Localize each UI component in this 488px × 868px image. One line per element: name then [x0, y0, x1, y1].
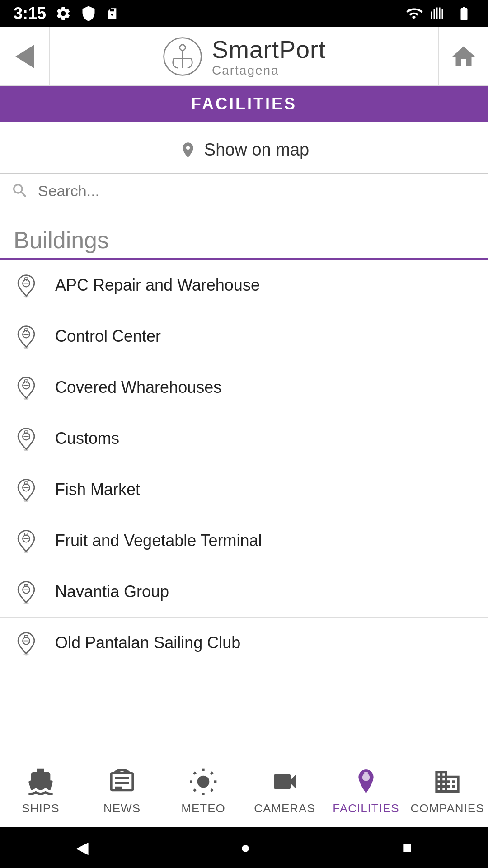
list-item[interactable]: Fish Market — [0, 464, 488, 515]
bottom-nav: SHIPS NEWS METEO CAMERAS FACILITIES COMP… — [0, 755, 488, 827]
android-nav-bar: ◀ ● ■ — [0, 827, 488, 868]
android-back-button[interactable]: ◀ — [76, 838, 89, 857]
home-button[interactable] — [438, 27, 488, 86]
cameras-nav-icon — [270, 767, 299, 798]
search-bar — [0, 173, 488, 208]
android-home-button[interactable]: ● — [240, 838, 250, 857]
nav-item-companies[interactable]: COMPANIES — [407, 767, 488, 816]
svg-rect-16 — [25, 380, 28, 382]
nav-item-news[interactable]: NEWS — [81, 767, 163, 816]
nav-item-facilities[interactable]: FACILITIES — [325, 767, 407, 816]
svg-line-52 — [211, 772, 213, 774]
pin-icon — [14, 579, 39, 604]
sim-icon — [106, 5, 118, 22]
show-on-map-button[interactable]: Show on map — [0, 122, 488, 173]
svg-rect-54 — [364, 772, 368, 774]
facility-name: Fruit and Vegetable Terminal — [55, 531, 262, 550]
pin-icon — [14, 324, 39, 349]
pin-icon — [14, 375, 39, 400]
search-icon — [11, 182, 29, 200]
logo-area: SmartPort Cartagena — [50, 35, 438, 78]
svg-point-1 — [180, 44, 186, 50]
list-item[interactable]: Covered Wharehouses — [0, 362, 488, 413]
app-name: SmartPort — [212, 35, 326, 63]
section-heading: Buildings — [0, 217, 488, 258]
nav-item-meteo[interactable]: METEO — [163, 767, 244, 816]
back-button[interactable] — [0, 27, 50, 86]
facility-name: Control Center — [55, 327, 161, 346]
list-item[interactable]: Old Pantalan Sailing Club — [0, 618, 488, 668]
signal-icon — [430, 5, 446, 22]
pin-icon — [14, 630, 39, 656]
svg-rect-31 — [25, 533, 28, 535]
facilities-nav-label: FACILITIES — [333, 802, 399, 816]
list-item[interactable]: Navantia Group — [0, 566, 488, 618]
status-bar: 3:15 — [0, 0, 488, 27]
svg-rect-21 — [25, 431, 28, 433]
pin-icon — [14, 426, 39, 451]
app-subtitle: Cartagena — [212, 63, 326, 78]
svg-line-48 — [211, 789, 213, 791]
nav-item-cameras[interactable]: CAMERAS — [244, 767, 325, 816]
facility-name: Customs — [55, 429, 119, 448]
svg-rect-6 — [25, 278, 28, 279]
app-title: SmartPort Cartagena — [212, 35, 326, 78]
news-nav-label: NEWS — [103, 802, 141, 816]
pin-icon — [14, 477, 39, 502]
cameras-nav-label: CAMERAS — [254, 802, 315, 816]
settings-icon — [55, 5, 71, 22]
page-title: FACILITIES — [191, 94, 297, 113]
ships-nav-icon — [26, 767, 55, 798]
list-item[interactable]: Fruit and Vegetable Terminal — [0, 515, 488, 566]
list-item[interactable]: Customs — [0, 413, 488, 464]
android-recent-button[interactable]: ■ — [402, 838, 412, 857]
list-item[interactable]: APC Repair and Warehouse — [0, 260, 488, 311]
pin-icon — [14, 528, 39, 553]
shield-icon — [80, 5, 97, 22]
svg-rect-11 — [25, 329, 28, 330]
meteo-nav-label: METEO — [181, 802, 225, 816]
home-icon — [450, 43, 477, 70]
facility-name: Old Pantalan Sailing Club — [55, 633, 240, 652]
nav-item-ships[interactable]: SHIPS — [0, 767, 81, 816]
facility-name: APC Repair and Warehouse — [55, 276, 260, 295]
svg-point-44 — [197, 776, 210, 788]
svg-line-47 — [194, 772, 196, 774]
news-nav-icon — [108, 767, 136, 798]
companies-nav-label: COMPANIES — [410, 802, 484, 816]
show-on-map-label: Show on map — [204, 140, 309, 160]
meteo-nav-icon — [189, 767, 218, 798]
page-title-bar: FACILITIES — [0, 86, 488, 122]
anchor-logo-icon — [162, 36, 203, 77]
wifi-icon — [405, 5, 423, 22]
search-input[interactable] — [38, 182, 477, 200]
companies-nav-icon — [433, 767, 462, 798]
facility-name: Navantia Group — [55, 582, 169, 601]
svg-line-51 — [194, 789, 196, 791]
pin-icon — [14, 273, 39, 298]
facility-list: APC Repair and Warehouse Control Center … — [0, 260, 488, 755]
svg-rect-41 — [25, 635, 28, 637]
ships-nav-label: SHIPS — [22, 802, 59, 816]
back-arrow-icon — [15, 45, 34, 68]
battery-icon — [454, 5, 474, 22]
list-item[interactable]: Control Center — [0, 311, 488, 362]
app-header: SmartPort Cartagena — [0, 27, 488, 86]
status-time: 3:15 — [14, 4, 46, 23]
facility-name: Fish Market — [55, 480, 140, 499]
svg-rect-26 — [25, 482, 28, 484]
facility-name: Covered Wharehouses — [55, 378, 221, 397]
svg-point-53 — [362, 774, 370, 781]
location-pin-icon — [179, 141, 197, 159]
svg-rect-36 — [25, 584, 28, 586]
facilities-nav-icon — [352, 767, 380, 798]
